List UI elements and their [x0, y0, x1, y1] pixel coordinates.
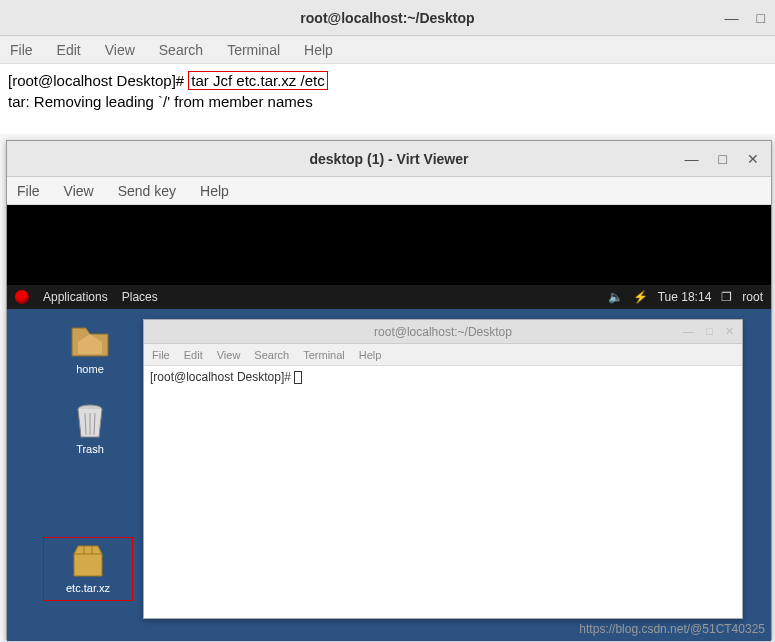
desktop-icon-tar-label: etc.tar.xz	[66, 582, 110, 594]
virt-menu-file[interactable]: File	[17, 183, 40, 199]
maximize-icon[interactable]: □	[706, 325, 713, 338]
trash-icon	[73, 403, 107, 439]
inner-terminal-menubar: File Edit View Search Terminal Help	[144, 344, 742, 366]
outer-terminal-menubar: File Edit View Search Terminal Help	[0, 36, 775, 64]
inner-terminal-titlebar: root@localhost:~/Desktop — □ ✕	[144, 320, 742, 344]
outer-terminal-titlebar: root@localhost:~/Desktop — □	[0, 0, 775, 36]
virt-viewer-window: desktop (1) - Virt Viewer — □ ✕ File Vie…	[6, 140, 772, 640]
volume-icon[interactable]: 🔈	[608, 290, 623, 304]
virt-titlebar: desktop (1) - Virt Viewer — □ ✕	[7, 141, 771, 177]
virt-menu-sendkey[interactable]: Send key	[118, 183, 176, 199]
inner-menu-terminal[interactable]: Terminal	[303, 349, 345, 361]
inner-terminal-window: root@localhost:~/Desktop — □ ✕ File Edit…	[143, 319, 743, 619]
desktop-icon-trash-label: Trash	[76, 443, 104, 455]
redhat-icon[interactable]	[15, 290, 29, 304]
minimize-icon[interactable]: —	[683, 325, 694, 338]
desktop-icon-home[interactable]: home	[55, 323, 125, 375]
menu-help[interactable]: Help	[304, 42, 333, 58]
minimize-icon[interactable]: —	[685, 151, 699, 167]
close-icon[interactable]: ✕	[725, 325, 734, 338]
inner-window-controls: — □ ✕	[683, 325, 734, 338]
virt-menubar: File View Send key Help	[7, 177, 771, 205]
gnome-topbar: Applications Places 🔈 ⚡ Tue 18:14 ❐ root	[7, 285, 771, 309]
battery-icon[interactable]: ⚡	[633, 290, 648, 304]
watermark: https://blog.csdn.net/@51CT40325	[579, 622, 765, 636]
virt-title: desktop (1) - Virt Viewer	[310, 151, 469, 167]
desktop-icon-tar[interactable]: etc.tar.xz	[43, 537, 133, 601]
minimize-icon[interactable]: —	[725, 10, 739, 26]
inner-terminal-body[interactable]: [root@localhost Desktop]#	[144, 366, 742, 388]
menu-file[interactable]: File	[10, 42, 33, 58]
outer-terminal-body[interactable]: [root@localhost Desktop]# tar Jcf etc.ta…	[0, 64, 775, 134]
gnome-desktop[interactable]: home Trash etc.tar.xz root@localhost:~/D…	[7, 309, 771, 641]
outer-command: tar Jcf etc.tar.xz /etc	[188, 71, 327, 90]
close-icon[interactable]: ✕	[747, 151, 759, 167]
gnome-applications[interactable]: Applications	[43, 290, 108, 304]
vm-black-area	[7, 205, 771, 285]
gnome-clock[interactable]: Tue 18:14	[658, 290, 712, 304]
outer-output-line: tar: Removing leading `/' from member na…	[8, 91, 767, 112]
virt-menu-view[interactable]: View	[64, 183, 94, 199]
maximize-icon[interactable]: □	[719, 151, 727, 167]
menu-search[interactable]: Search	[159, 42, 203, 58]
menu-edit[interactable]: Edit	[57, 42, 81, 58]
inner-menu-edit[interactable]: Edit	[184, 349, 203, 361]
maximize-icon[interactable]: □	[757, 10, 765, 26]
terminal-indicator-icon[interactable]: ❐	[721, 290, 732, 304]
menu-terminal[interactable]: Terminal	[227, 42, 280, 58]
inner-menu-search[interactable]: Search	[254, 349, 289, 361]
gnome-user[interactable]: root	[742, 290, 763, 304]
virt-window-controls: — □ ✕	[685, 151, 759, 167]
inner-menu-view[interactable]: View	[217, 349, 241, 361]
cursor-icon	[294, 371, 302, 384]
gnome-places[interactable]: Places	[122, 290, 158, 304]
inner-prompt: [root@localhost Desktop]#	[150, 370, 294, 384]
menu-view[interactable]: View	[105, 42, 135, 58]
inner-terminal-title: root@localhost:~/Desktop	[374, 325, 512, 339]
virt-menu-help[interactable]: Help	[200, 183, 229, 199]
inner-menu-file[interactable]: File	[152, 349, 170, 361]
inner-menu-help[interactable]: Help	[359, 349, 382, 361]
outer-prompt: [root@localhost Desktop]#	[8, 72, 188, 89]
outer-terminal-title: root@localhost:~/Desktop	[300, 10, 474, 26]
folder-icon	[70, 324, 110, 358]
desktop-icon-home-label: home	[76, 363, 104, 375]
package-icon	[68, 540, 108, 580]
desktop-icon-trash[interactable]: Trash	[55, 403, 125, 455]
outer-window-controls: — □	[725, 10, 765, 26]
